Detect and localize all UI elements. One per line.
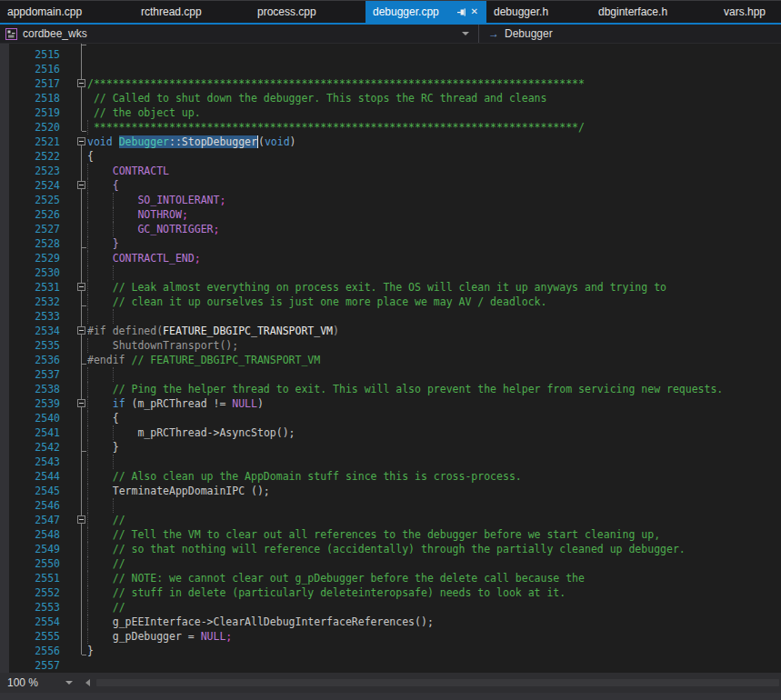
fold-collapse-box[interactable] xyxy=(77,181,85,189)
code-text[interactable]: { xyxy=(87,178,119,193)
line-number[interactable]: 2546 xyxy=(0,498,60,513)
scope-dropdown[interactable]: → Debugger xyxy=(479,25,781,43)
code-text[interactable]: #if defined(FEATURE_DBGIPC_TRANSPORT_VM) xyxy=(87,324,339,338)
line-number[interactable]: 2543 xyxy=(0,455,60,469)
code-text[interactable]: } xyxy=(87,236,119,251)
scrollbar-left-arrow[interactable] xyxy=(80,673,95,693)
line-number[interactable]: 2530 xyxy=(0,265,60,280)
line-number[interactable]: 2556 xyxy=(0,644,60,658)
fold-collapse-box[interactable] xyxy=(77,515,85,524)
line-number[interactable]: 2516 xyxy=(0,62,60,76)
code-text[interactable]: SO_INTOLERANT; xyxy=(87,193,225,207)
line-number[interactable]: 2549 xyxy=(0,542,60,556)
fold-collapse-box[interactable] xyxy=(77,399,85,407)
code-text[interactable]: // xyxy=(87,556,125,571)
code-text[interactable]: // Tell the VM to clear out all referenc… xyxy=(87,527,660,542)
code-text[interactable]: /***************************************… xyxy=(87,76,585,91)
code-text[interactable]: // Called to shut down the debugger. Thi… xyxy=(87,91,546,105)
line-number[interactable]: 2547 xyxy=(0,513,60,527)
code-text[interactable]: GC_NOTRIGGER; xyxy=(87,222,219,236)
line-number[interactable]: 2527 xyxy=(0,222,60,236)
line-number[interactable]: 2520 xyxy=(0,120,60,135)
code-text[interactable]: CONTRACTL_END; xyxy=(87,251,201,265)
code-text[interactable] xyxy=(87,367,119,382)
line-number[interactable]: 2521 xyxy=(0,135,60,149)
fold-collapse-box[interactable] xyxy=(77,137,85,145)
code-text[interactable]: void Debugger::StopDebugger(void) xyxy=(87,135,296,149)
line-number[interactable]: 2540 xyxy=(0,411,60,425)
code-text[interactable]: #endif // FEATURE_DBGIPC_TRANSPORT_VM xyxy=(87,353,320,367)
code-text[interactable]: NOTHROW; xyxy=(87,207,188,222)
line-number[interactable]: 2553 xyxy=(0,600,60,615)
tab-dbginterface-h[interactable]: dbginterface.h xyxy=(591,1,716,23)
line-number[interactable]: 2555 xyxy=(0,629,60,644)
code-text[interactable]: // Also clean up the AppDomain stuff sin… xyxy=(87,469,522,484)
pin-icon[interactable] xyxy=(456,7,466,17)
line-number[interactable]: 2532 xyxy=(0,295,60,309)
line-number[interactable]: 2522 xyxy=(0,149,60,164)
tab-appdomain-cpp[interactable]: appdomain.cpp xyxy=(0,1,134,23)
line-number[interactable]: 2544 xyxy=(0,469,60,484)
line-number[interactable]: 2537 xyxy=(0,367,60,382)
line-number[interactable]: 2542 xyxy=(0,440,60,455)
line-number[interactable]: 2515 xyxy=(0,47,60,62)
tab-debugger-cpp[interactable]: debugger.cpp ✕ xyxy=(365,1,486,23)
line-number[interactable]: 2535 xyxy=(0,338,60,353)
line-number[interactable]: 2523 xyxy=(0,164,60,178)
line-number[interactable]: 2554 xyxy=(0,615,60,629)
code-text[interactable]: // so that nothing will reference (accid… xyxy=(87,542,686,556)
line-number[interactable]: 2528 xyxy=(0,236,60,251)
code-text[interactable]: ****************************************… xyxy=(87,120,585,135)
code-text[interactable]: if (m_pRCThread != NULL) xyxy=(87,396,264,411)
tab-process-cpp[interactable]: process.cpp xyxy=(250,1,365,23)
code-text[interactable] xyxy=(87,455,119,469)
line-number[interactable]: 2550 xyxy=(0,556,60,571)
line-number[interactable]: 2536 xyxy=(0,353,60,367)
horizontal-scrollbar[interactable] xyxy=(80,673,781,693)
project-dropdown[interactable]: cordbee_wks xyxy=(0,25,479,43)
line-number[interactable]: 2539 xyxy=(0,396,60,411)
code-text[interactable]: { xyxy=(87,411,119,425)
line-number[interactable]: 2529 xyxy=(0,251,60,265)
code-text[interactable]: // clean it up ourselves is just one mor… xyxy=(87,295,546,309)
code-text[interactable]: CONTRACTL xyxy=(87,164,169,178)
tab-vars-hpp[interactable]: vars.hpp xyxy=(716,1,781,23)
fold-collapse-box[interactable] xyxy=(77,326,85,335)
line-number[interactable]: 2531 xyxy=(0,280,60,295)
line-number[interactable]: 2541 xyxy=(0,425,60,440)
code-text[interactable]: // Leak almost everything on process exi… xyxy=(87,280,666,295)
code-text[interactable]: // stuff in delete (particularly deletei… xyxy=(87,585,566,600)
code-text[interactable]: // Ping the helper thread to exit. This … xyxy=(87,382,723,396)
code-text[interactable]: // the object up. xyxy=(87,105,201,120)
line-number[interactable]: 2548 xyxy=(0,527,60,542)
tab-rcthread-cpp[interactable]: rcthread.cpp xyxy=(134,1,250,23)
code-text[interactable]: // NOTE: we cannot clear out g_pDebugger… xyxy=(87,571,585,585)
code-text[interactable] xyxy=(87,498,119,513)
line-number[interactable]: 2524 xyxy=(0,178,60,193)
line-number[interactable]: 2534 xyxy=(0,324,60,338)
line-number[interactable]: 2518 xyxy=(0,91,60,105)
zoom-level-combo[interactable]: 100 % xyxy=(0,673,80,693)
code-text[interactable]: // xyxy=(87,600,125,615)
fold-collapse-box[interactable] xyxy=(77,283,85,291)
code-text[interactable]: { xyxy=(87,149,94,164)
close-icon[interactable]: ✕ xyxy=(471,7,478,16)
line-number[interactable]: 2551 xyxy=(0,571,60,585)
code-text[interactable]: g_pDebugger = NULL; xyxy=(87,629,232,644)
code-text[interactable] xyxy=(87,265,119,280)
line-number[interactable]: 2519 xyxy=(0,105,60,120)
line-number[interactable]: 2525 xyxy=(0,193,60,207)
tab-debugger-h[interactable]: debugger.h xyxy=(486,1,591,23)
scrollbar-thumb[interactable] xyxy=(96,679,779,686)
code-text[interactable]: } xyxy=(87,644,94,658)
line-number[interactable]: 2545 xyxy=(0,484,60,498)
code-text[interactable]: } xyxy=(87,440,119,455)
line-number[interactable]: 2557 xyxy=(0,658,60,673)
line-number[interactable]: 2533 xyxy=(0,309,60,324)
line-number[interactable]: 2517 xyxy=(0,76,60,91)
code-text[interactable]: // xyxy=(87,513,125,527)
code-text[interactable]: g_pEEInterface->ClearAllDebugInterfaceRe… xyxy=(87,615,434,629)
code-text[interactable]: m_pRCThread->AsyncStop(); xyxy=(87,425,295,440)
line-number[interactable]: 2552 xyxy=(0,585,60,600)
line-number[interactable]: 2526 xyxy=(0,207,60,222)
